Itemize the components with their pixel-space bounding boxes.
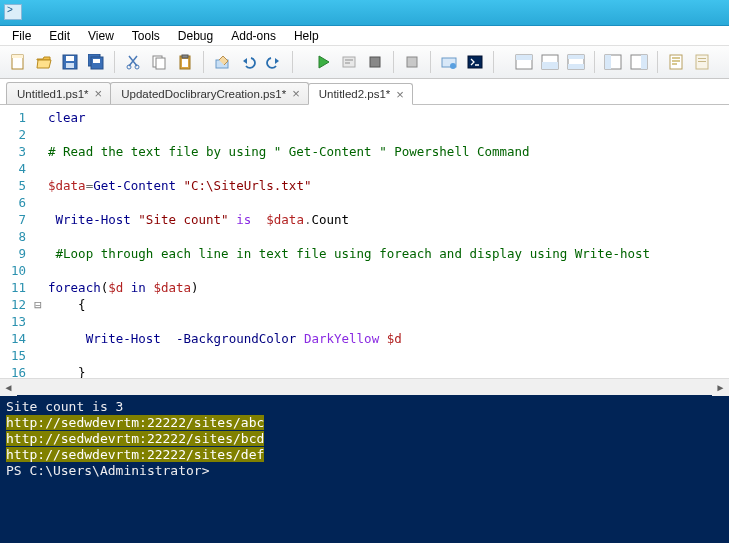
tab-updated-doclib[interactable]: UpdatedDoclibraryCreation.ps1*× — [110, 82, 309, 104]
svg-rect-3 — [66, 56, 74, 61]
undo-button[interactable] — [236, 50, 260, 74]
tab-label: Untitled2.ps1* — [319, 88, 391, 100]
layout2-button[interactable] — [538, 50, 562, 74]
line-number-gutter: 12345678910111213141516 — [0, 105, 32, 378]
layout3-button[interactable] — [564, 50, 588, 74]
console-pane[interactable]: Site count is 3 http://sedwdevrtm:22222/… — [0, 395, 729, 543]
svg-rect-30 — [568, 64, 584, 69]
svg-rect-17 — [345, 59, 353, 61]
menu-tools[interactable]: Tools — [124, 27, 168, 45]
save-button[interactable] — [58, 50, 82, 74]
title-bar — [0, 0, 729, 26]
svg-rect-23 — [468, 56, 482, 68]
stop-debugger-button[interactable] — [400, 50, 424, 74]
fold-toggle[interactable]: ⊟ — [32, 296, 44, 313]
run-selection-button[interactable] — [337, 50, 361, 74]
svg-point-22 — [450, 63, 456, 69]
svg-rect-4 — [66, 63, 74, 68]
svg-rect-27 — [542, 62, 558, 69]
menu-addons[interactable]: Add-ons — [223, 27, 284, 45]
tab-strip: Untitled1.ps1*× UpdatedDoclibraryCreatio… — [0, 79, 729, 105]
svg-rect-18 — [345, 62, 350, 64]
menu-file[interactable]: File — [4, 27, 39, 45]
clear-button[interactable] — [210, 50, 234, 74]
close-icon[interactable]: × — [396, 88, 404, 101]
pane-right-button[interactable] — [627, 50, 651, 74]
menu-bar: File Edit View Tools Debug Add-ons Help — [0, 26, 729, 46]
paste-button[interactable] — [173, 50, 197, 74]
svg-rect-40 — [698, 58, 706, 59]
menu-edit[interactable]: Edit — [41, 27, 78, 45]
menu-view[interactable]: View — [80, 27, 122, 45]
menu-help[interactable]: Help — [286, 27, 327, 45]
svg-rect-34 — [641, 55, 647, 69]
svg-rect-38 — [672, 63, 677, 65]
code-editor[interactable]: 12345678910111213141516 ⊟ clear # Read t… — [0, 105, 729, 378]
tab-label: UpdatedDoclibraryCreation.ps1* — [121, 88, 286, 100]
pane-left-button[interactable] — [601, 50, 625, 74]
cut-button[interactable] — [121, 50, 145, 74]
svg-rect-14 — [182, 59, 188, 67]
svg-rect-25 — [516, 55, 532, 60]
console-line: http://sedwdevrtm:22222/sites/abc — [6, 415, 723, 431]
svg-rect-19 — [370, 57, 380, 67]
horizontal-scrollbar[interactable]: ◄ ► — [0, 378, 729, 395]
fold-column: ⊟ — [32, 105, 44, 378]
powershell-button[interactable] — [463, 50, 487, 74]
scroll-left-icon[interactable]: ◄ — [0, 379, 17, 396]
svg-rect-36 — [672, 57, 680, 59]
copy-button[interactable] — [147, 50, 171, 74]
svg-rect-29 — [568, 55, 584, 59]
tab-untitled2[interactable]: Untitled2.ps1*× — [308, 83, 413, 105]
run-button[interactable] — [311, 50, 335, 74]
console-line: http://sedwdevrtm:22222/sites/def — [6, 447, 723, 463]
redo-button[interactable] — [262, 50, 286, 74]
svg-rect-37 — [672, 60, 680, 62]
tab-label: Untitled1.ps1* — [17, 88, 89, 100]
show-command-button[interactable] — [690, 50, 714, 74]
tab-untitled1[interactable]: Untitled1.ps1*× — [6, 82, 111, 104]
stop-button[interactable] — [363, 50, 387, 74]
svg-rect-32 — [605, 55, 611, 69]
menu-debug[interactable]: Debug — [170, 27, 221, 45]
toolbar — [0, 45, 729, 79]
code-area[interactable]: clear # Read the text file by using " Ge… — [44, 105, 729, 378]
remote-button[interactable] — [437, 50, 461, 74]
console-prompt[interactable]: PS C:\Users\Administrator> — [6, 463, 723, 479]
close-icon[interactable]: × — [292, 87, 300, 100]
svg-rect-13 — [182, 55, 188, 58]
commands-addon-button[interactable] — [664, 50, 688, 74]
svg-rect-41 — [698, 61, 706, 62]
close-icon[interactable]: × — [95, 87, 103, 100]
console-line: http://sedwdevrtm:22222/sites/bcd — [6, 431, 723, 447]
new-button[interactable] — [6, 50, 30, 74]
svg-rect-7 — [93, 59, 100, 63]
scroll-right-icon[interactable]: ► — [712, 379, 729, 396]
svg-rect-11 — [156, 58, 165, 69]
svg-rect-1 — [12, 55, 23, 58]
save-all-button[interactable] — [84, 50, 108, 74]
console-line: Site count is 3 — [6, 399, 723, 415]
app-icon — [4, 4, 22, 20]
open-button[interactable] — [32, 50, 56, 74]
layout1-button[interactable] — [512, 50, 536, 74]
svg-rect-20 — [407, 57, 417, 67]
